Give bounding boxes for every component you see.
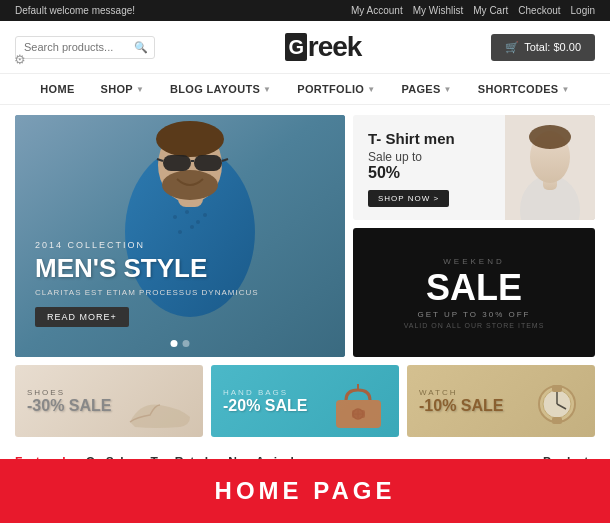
nav-blog[interactable]: BLOG LAYOUTS ▼ — [157, 74, 284, 104]
checkout-link[interactable]: Checkout — [518, 5, 560, 16]
hero-collection: 2014 COLLECTION — [35, 240, 259, 250]
watch-label: WATCH — [419, 388, 503, 397]
sale-weekend-label: WEEKEND — [443, 257, 504, 266]
top-bar: Default welcome message! My Account My W… — [0, 0, 610, 21]
top-bar-links: My Account My Wishlist My Cart Checkout … — [351, 5, 595, 16]
watch-icon — [522, 377, 587, 432]
logo: Greek — [285, 31, 362, 63]
nav-portfolio-arrow: ▼ — [367, 85, 375, 94]
svg-point-15 — [190, 225, 194, 229]
top-bar-message: Default welcome message! — [15, 5, 135, 16]
tshirt-image — [505, 115, 595, 220]
cart-button[interactable]: 🛒 Total: $0.00 — [491, 34, 595, 61]
bags-text: HAND BAGS -20% SALE — [223, 388, 307, 415]
search-box[interactable]: 🔍 — [15, 36, 155, 59]
nav-shop[interactable]: SHOP ▼ — [88, 74, 158, 104]
nav-home[interactable]: HOME — [27, 74, 87, 104]
homepage-label: HOME PAGE — [215, 477, 396, 504]
svg-point-12 — [185, 210, 189, 214]
sale-subtitle: GET UP TO 30% OFF — [418, 310, 531, 319]
watch-banner[interactable]: WATCH -10% SALE — [407, 365, 595, 437]
svg-point-13 — [196, 220, 200, 224]
logo-bracket: G — [285, 33, 307, 61]
watch-text: WATCH -10% SALE — [419, 388, 503, 415]
svg-point-21 — [529, 125, 571, 149]
cart-icon: 🛒 — [505, 41, 519, 54]
nav-portfolio[interactable]: PORTFOLIO ▼ — [284, 74, 388, 104]
tshirt-percent: 50% — [368, 164, 455, 182]
logo-text: reek — [308, 31, 362, 63]
svg-rect-32 — [552, 385, 562, 392]
homepage-overlay: HOME PAGE — [0, 459, 610, 523]
nav-pages-arrow: ▼ — [444, 85, 452, 94]
dot-1[interactable] — [171, 340, 178, 347]
login-link[interactable]: Login — [571, 5, 595, 16]
bags-icon — [326, 382, 391, 432]
sale-panel: WEEKEND SALE GET UP TO 30% OFF VALID ON … — [353, 228, 595, 357]
hero-overlay: 2014 COLLECTION MEN'S STYLE CLARITAS EST… — [35, 240, 259, 327]
svg-rect-33 — [552, 417, 562, 424]
my-cart-link[interactable]: My Cart — [473, 5, 508, 16]
shoes-banner[interactable]: SHOES -30% SALE — [15, 365, 203, 437]
shoes-icon — [125, 387, 195, 432]
bags-sale: -20% SALE — [223, 397, 307, 415]
svg-rect-7 — [194, 155, 222, 171]
settings-icon[interactable]: ⚙ — [14, 52, 26, 67]
hero-dots — [171, 340, 190, 347]
sale-main-text: SALE — [426, 270, 522, 306]
cart-total: Total: $0.00 — [524, 41, 581, 53]
nav-shop-arrow: ▼ — [136, 85, 144, 94]
main-nav: HOME SHOP ▼ BLOG LAYOUTS ▼ PORTFOLIO ▼ P… — [0, 74, 610, 105]
shoes-sale: -30% SALE — [27, 397, 111, 415]
tshirt-title: T- Shirt men — [368, 130, 455, 148]
svg-rect-6 — [163, 155, 191, 171]
dot-2[interactable] — [183, 340, 190, 347]
sale-valid-text: VALID ON ALL OUR STORE ITEMS — [404, 322, 545, 329]
nav-blog-arrow: ▼ — [263, 85, 271, 94]
hero-title: MEN'S STYLE — [35, 254, 259, 283]
shoes-text: SHOES -30% SALE — [27, 388, 111, 415]
nav-shortcodes[interactable]: SHORTCODES ▼ — [465, 74, 583, 104]
bags-label: HAND BAGS — [223, 388, 307, 397]
hero-subtitle: CLARITAS EST ETIAM PROCESSUS DYNAMICUS — [35, 288, 259, 297]
svg-point-16 — [203, 213, 207, 217]
banner-row: SHOES -30% SALE HAND BAGS -20% SALE WA — [0, 365, 610, 445]
hero-right-panels: T- Shirt men Sale up to 50% SHOP NOW > — [353, 115, 595, 357]
tshirt-person-svg — [505, 115, 595, 220]
shoes-label: SHOES — [27, 388, 111, 397]
svg-point-14 — [178, 230, 182, 234]
tshirt-text: T- Shirt men Sale up to 50% SHOP NOW > — [353, 115, 470, 220]
bags-banner[interactable]: HAND BAGS -20% SALE — [211, 365, 399, 437]
watch-sale: -10% SALE — [419, 397, 503, 415]
tshirt-sale-text: Sale up to — [368, 150, 455, 164]
hero-read-more-button[interactable]: READ MORE+ — [35, 307, 129, 327]
search-icon[interactable]: 🔍 — [134, 41, 148, 54]
nav-pages[interactable]: PAGES ▼ — [388, 74, 464, 104]
header: 🔍 ⚙ Greek 🛒 Total: $0.00 — [0, 21, 610, 74]
svg-point-4 — [156, 121, 224, 157]
tshirt-panel: T- Shirt men Sale up to 50% SHOP NOW > — [353, 115, 595, 220]
my-account-link[interactable]: My Account — [351, 5, 403, 16]
nav-shortcodes-arrow: ▼ — [561, 85, 569, 94]
hero-section: 2014 COLLECTION MEN'S STYLE CLARITAS EST… — [0, 105, 610, 365]
search-input[interactable] — [24, 41, 134, 53]
hero-main-banner: 2014 COLLECTION MEN'S STYLE CLARITAS EST… — [15, 115, 345, 357]
svg-point-11 — [173, 215, 177, 219]
my-wishlist-link[interactable]: My Wishlist — [413, 5, 464, 16]
shop-now-button[interactable]: SHOP NOW > — [368, 190, 449, 207]
